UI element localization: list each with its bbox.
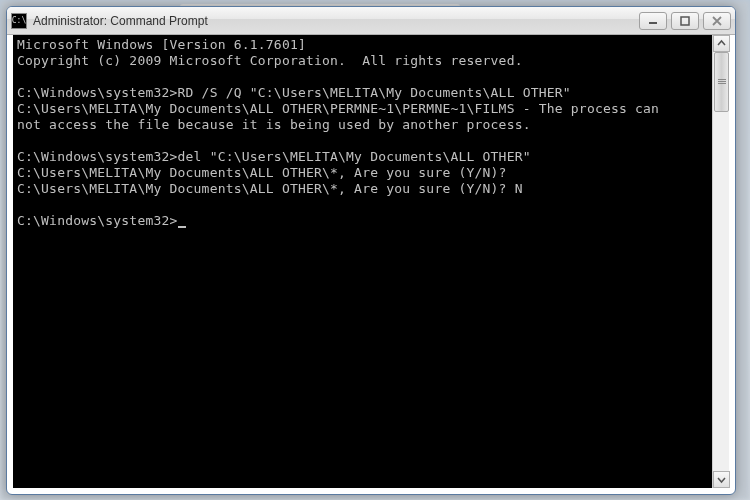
command-prompt-window: C:\ Administrator: Command Prompt Micros… xyxy=(6,6,736,495)
titlebar[interactable]: C:\ Administrator: Command Prompt xyxy=(7,7,735,35)
console-output[interactable]: Microsoft Windows [Version 6.1.7601] Cop… xyxy=(13,35,712,488)
window-controls xyxy=(639,12,731,30)
minimize-button[interactable] xyxy=(639,12,667,30)
chevron-down-icon xyxy=(717,475,726,484)
vertical-scrollbar[interactable] xyxy=(712,35,729,488)
minimize-icon xyxy=(648,16,658,26)
scroll-thumb[interactable] xyxy=(714,52,729,112)
cmd-icon: C:\ xyxy=(11,13,27,29)
close-icon xyxy=(711,16,723,26)
maximize-button[interactable] xyxy=(671,12,699,30)
svg-rect-0 xyxy=(649,22,657,24)
scroll-down-button[interactable] xyxy=(713,471,730,488)
scroll-up-button[interactable] xyxy=(713,35,730,52)
text-cursor xyxy=(178,226,186,228)
close-button[interactable] xyxy=(703,12,731,30)
maximize-icon xyxy=(680,16,690,26)
window-title: Administrator: Command Prompt xyxy=(33,14,639,28)
svg-rect-1 xyxy=(681,17,689,25)
chevron-up-icon xyxy=(717,39,726,48)
client-area: Microsoft Windows [Version 6.1.7601] Cop… xyxy=(13,35,729,488)
